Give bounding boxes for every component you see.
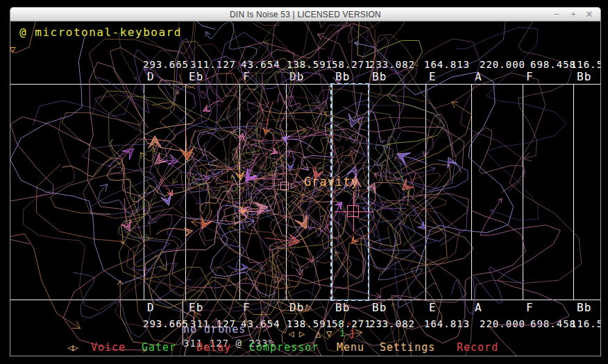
transport-right-icon[interactable]: ▷ — [299, 329, 305, 339]
voice-nav-arrows-icon[interactable]: ◁▷ — [67, 342, 78, 353]
j-diamond-icon: ◇ — [347, 320, 351, 327]
maximize-button[interactable]: + — [567, 9, 580, 19]
titlebar[interactable]: DIN Is Noise 53 | LICENSED VERSION − + ✕ — [10, 7, 601, 21]
transport-down-icon[interactable]: ▽ — [326, 329, 332, 339]
transport-up-icon[interactable]: △ — [315, 329, 321, 339]
menu-item-settings[interactable]: Settings — [380, 342, 435, 353]
menu-item-delay[interactable]: Delay — [196, 342, 231, 353]
close-button[interactable]: ✕ — [583, 9, 596, 19]
i-diamond-icon: ◇ — [337, 320, 341, 327]
minimize-button[interactable]: − — [550, 9, 563, 19]
i-indicator[interactable]: i — [339, 327, 346, 338]
menu-item-menu[interactable]: Menu — [337, 342, 364, 353]
microtonal-keyboard-surface[interactable]: DD293.665293.665EbEb311.127311.127FF43.6… — [10, 21, 601, 356]
gravity-crosshair-handle[interactable] — [347, 205, 359, 217]
gravity-arrow-icon[interactable]: ▷ — [291, 180, 296, 191]
menu-item-record[interactable]: Record — [457, 342, 498, 353]
gravity-label[interactable]: Gravity — [304, 175, 359, 189]
menu-item-voice[interactable]: Voice — [91, 342, 126, 353]
mode-triangle-icon[interactable]: ▽ — [10, 44, 15, 54]
screen-title: @ microtonal-keyboard — [19, 26, 182, 38]
menu-item-gater[interactable]: Gater — [142, 342, 176, 353]
drones-status: no drones — [183, 324, 246, 335]
menu-item-compressor[interactable]: Compressor — [249, 342, 319, 353]
gravity-square-icon[interactable] — [280, 182, 289, 190]
app-window: DIN Is Noise 53 | LICENSED VERSION − + ✕… — [10, 7, 601, 356]
window-title: DIN Is Noise 53 | LICENSED VERSION — [10, 10, 600, 19]
selected-key-highlight — [330, 83, 369, 301]
overlay-layer: @ microtonal-keyboard ▽ ▷ Gravity no dro… — [10, 21, 600, 356]
transport-left-icon[interactable]: ◁ — [288, 329, 294, 339]
j-indicator[interactable]: j — [349, 327, 355, 338]
